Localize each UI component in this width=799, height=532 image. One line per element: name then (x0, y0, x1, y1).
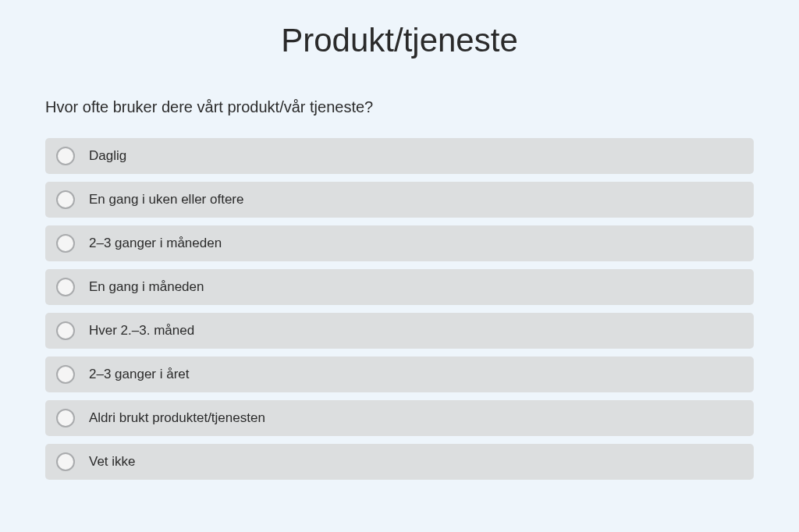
option-label: En gang i uken eller oftere (89, 192, 243, 207)
option-daglig[interactable]: Daglig (45, 138, 754, 174)
option-label: Vet ikke (89, 454, 136, 470)
survey-content: Hvor ofte bruker dere vårt produkt/vår t… (0, 98, 799, 480)
radio-icon (56, 234, 75, 253)
option-2-3-ganger-aret[interactable]: 2–3 ganger i året (45, 356, 754, 392)
option-label: 2–3 ganger i måneden (89, 236, 222, 251)
radio-icon (56, 147, 75, 165)
option-2-3-ganger-maneden[interactable]: 2–3 ganger i måneden (45, 225, 754, 261)
radio-icon (56, 365, 75, 384)
option-hver-2-3-maned[interactable]: Hver 2.–3. måned (45, 313, 754, 349)
option-label: Hver 2.–3. måned (89, 323, 194, 339)
option-vet-ikke[interactable]: Vet ikke (45, 444, 754, 480)
option-en-gang-i-uken[interactable]: En gang i uken eller oftere (45, 182, 754, 218)
question-text: Hvor ofte bruker dere vårt produkt/vår t… (45, 98, 754, 116)
radio-icon (56, 321, 75, 340)
radio-icon (56, 278, 75, 296)
option-label: 2–3 ganger i året (89, 367, 190, 382)
option-aldri-brukt[interactable]: Aldri brukt produktet/tjenesten (45, 400, 754, 436)
option-label: Aldri brukt produktet/tjenesten (89, 410, 265, 426)
option-label: Daglig (89, 148, 126, 164)
options-list: Daglig En gang i uken eller oftere 2–3 g… (45, 138, 754, 480)
page-title: Produkt/tjeneste (0, 0, 799, 98)
radio-icon (56, 452, 75, 471)
radio-icon (56, 190, 75, 209)
radio-icon (56, 409, 75, 427)
option-label: En gang i måneden (89, 279, 204, 295)
option-en-gang-maneden[interactable]: En gang i måneden (45, 269, 754, 305)
